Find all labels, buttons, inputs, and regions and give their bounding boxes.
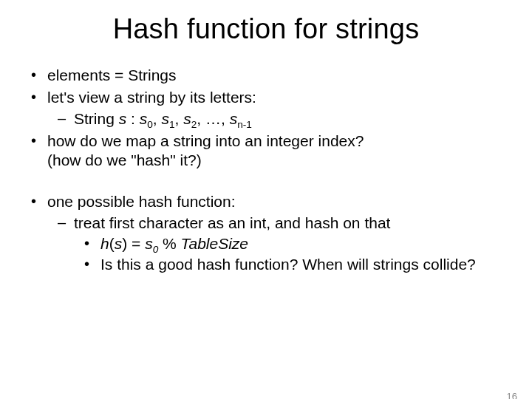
- bullet-is-good: Is this a good hash function? When will …: [100, 255, 510, 274]
- var-sn: s: [230, 110, 238, 127]
- sub-1: 1: [169, 119, 175, 130]
- sublist: String s : s0, s1, s2, …, sn-1: [47, 109, 510, 129]
- text: (: [109, 235, 115, 252]
- bullet-how-map: how do we map a string into an integer i…: [47, 132, 510, 171]
- bullet-elements: elements = Strings: [47, 66, 510, 85]
- var-s2: s: [183, 110, 191, 127]
- text: elements = Strings: [47, 66, 177, 83]
- var-s: s: [119, 110, 127, 127]
- text: ,: [153, 110, 162, 127]
- var-s0: s: [145, 235, 153, 252]
- page-number: 16: [507, 391, 517, 399]
- text: :: [126, 110, 140, 127]
- text: Is this a good hash function? When will …: [100, 256, 476, 273]
- text: , …,: [197, 110, 229, 127]
- spacer: [22, 173, 510, 192]
- bullet-treat-first-char: treat first character as an int, and has…: [74, 214, 510, 275]
- text: String: [74, 110, 119, 127]
- bullet-possible-hash: one possible hash function: treat first …: [47, 192, 510, 274]
- bullet-hash-formula: h(s) = s0 % TableSize: [100, 234, 510, 253]
- bullet-list-2: one possible hash function: treat first …: [22, 192, 510, 274]
- text: one possible hash function:: [47, 193, 236, 210]
- text: how do we map a string into an integer i…: [47, 132, 364, 149]
- text: ) =: [122, 235, 145, 252]
- slide-body: elements = Strings let's view a string b…: [0, 66, 532, 274]
- var-tablesize: TableSize: [181, 235, 248, 252]
- sub-0: 0: [147, 119, 153, 130]
- sub-n1: n-1: [237, 119, 252, 130]
- var-s0: s: [140, 110, 148, 127]
- slide-title: Hash function for strings: [0, 13, 532, 45]
- text: %: [158, 235, 180, 252]
- var-s: s: [115, 235, 123, 252]
- bullet-string-letters: String s : s0, s1, s2, …, sn-1: [74, 109, 510, 129]
- var-s1: s: [161, 110, 169, 127]
- text: let's view a string by its letters:: [47, 89, 256, 106]
- bullet-view-string: let's view a string by its letters: Stri…: [47, 88, 510, 129]
- bullet-list: elements = Strings let's view a string b…: [22, 66, 510, 170]
- text: (how do we "hash" it?): [47, 151, 202, 168]
- text: ,: [175, 110, 184, 127]
- sublist: treat first character as an int, and has…: [47, 214, 510, 275]
- fn-h: h: [100, 235, 109, 252]
- text: treat first character as an int, and has…: [74, 214, 390, 231]
- subsublist: h(s) = s0 % TableSize Is this a good has…: [74, 234, 510, 275]
- slide: Hash function for strings elements = Str…: [0, 13, 532, 399]
